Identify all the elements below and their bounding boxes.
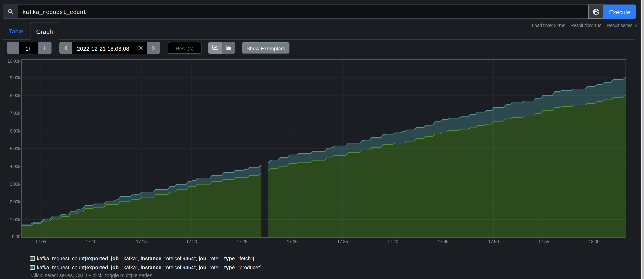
svg-text:17:40: 17:40 [388,239,398,244]
svg-text:5.00k: 5.00k [10,146,20,151]
svg-text:17:30: 17:30 [287,239,298,244]
svg-text:9.00k: 9.00k [10,75,20,80]
svg-text:17:50: 17:50 [488,239,499,244]
svg-text:1.00k: 1.00k [10,217,20,222]
svg-text:2.00k: 2.00k [10,199,20,204]
svg-text:17:15: 17:15 [136,239,146,244]
svg-text:4.00k: 4.00k [10,164,20,169]
svg-text:7.00k: 7.00k [10,111,20,116]
svg-text:18:00: 18:00 [589,239,600,244]
svg-text:6.00k: 6.00k [10,128,20,133]
svg-text:17:05: 17:05 [35,239,46,244]
svg-text:17:10: 17:10 [86,239,96,244]
svg-text:17:35: 17:35 [337,239,348,244]
svg-text:17:55: 17:55 [538,239,549,244]
svg-text:10.00k: 10.00k [8,59,21,64]
svg-text:17:20: 17:20 [186,239,197,244]
svg-text:17:45: 17:45 [438,239,448,244]
svg-text:3.00k: 3.00k [10,182,20,187]
svg-text:17:25: 17:25 [236,239,247,244]
svg-text:0.00: 0.00 [12,234,20,239]
svg-text:8.00k: 8.00k [10,93,20,98]
